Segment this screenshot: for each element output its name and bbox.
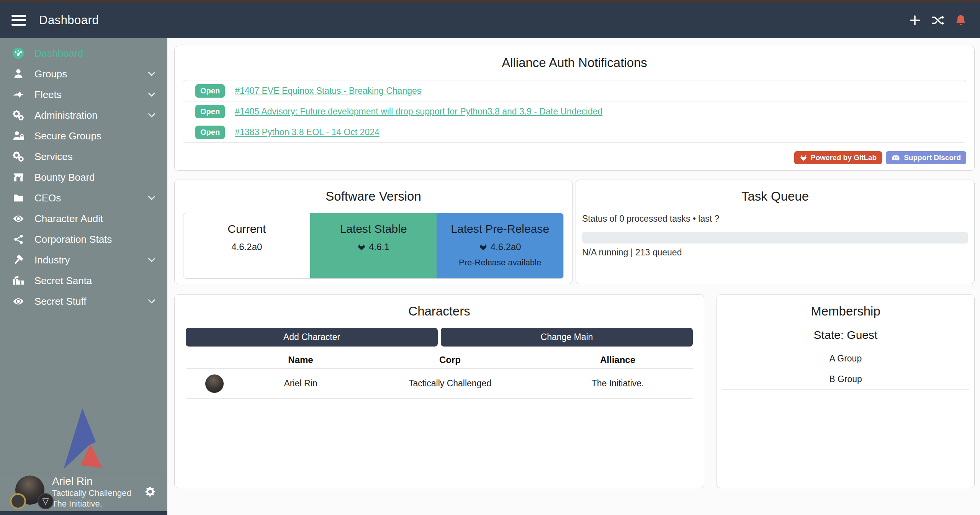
character-avatar [205,374,224,393]
hammer-icon [11,254,25,266]
change-main-button[interactable]: Change Main [441,328,693,347]
membership-state: State: Guest [717,329,974,342]
sidebar-item-secret-santa[interactable]: Secret Santa [0,270,167,291]
version-box: Current 4.6.2a0 Latest Stable 4.6.1 Late… [183,213,564,279]
chevron-down-icon [147,110,157,120]
corp-logo-badge [10,493,26,509]
jet-icon [11,88,25,101]
gifts-icon [11,275,25,287]
prerelease-note: Pre-Release available [437,258,563,268]
user-icon [11,68,25,80]
chevron-down-icon [147,90,157,100]
version-latest-stable: Latest Stable 4.6.1 [310,213,437,278]
add-character-button[interactable]: Add Character [186,328,438,347]
sidebar: Dashboard Groups Fleets Administration S… [0,38,167,515]
user-name: Ariel Rin [52,474,131,488]
sidebar-item-services[interactable]: Services [0,146,167,167]
task-queue-title: Task Queue [576,189,974,204]
sidebar-item-ceos[interactable]: CEOs [0,188,167,208]
sidebar-item-fleets[interactable]: Fleets [0,84,167,105]
chevron-down-icon [147,69,157,79]
notifications-bell-icon[interactable] [954,13,968,27]
user-alliance: The Initiative. [52,499,131,509]
chevron-down-icon [147,255,157,265]
gitlab-icon [800,154,807,162]
chevron-down-icon [147,193,157,203]
gitlab-icon [479,243,488,251]
top-navbar: Dashboard [0,2,980,38]
list-item: A Group [722,348,969,369]
chevron-down-icon [147,296,157,306]
sidebar-item-groups[interactable]: Groups [0,64,167,84]
notifications-panel: Alliance Auth Notifications Open #1407 E… [174,46,975,171]
change-main-shuffle-icon[interactable] [931,13,945,27]
notification-row: Open #1383 Python 3.8 EOL - 14 Oct 2024 [183,122,966,142]
sidebar-item-secret-stuff[interactable]: Secret Stuff [0,291,167,312]
characters-title: Characters [175,304,704,319]
alliance-auth-logo [62,407,104,471]
gitlab-icon [357,243,366,251]
sidebar-item-administration[interactable]: Administration [0,105,167,126]
characters-table-header: Name Corp Alliance [186,351,693,369]
task-queue-panel: Task Queue Status of 0 processed tasks •… [576,180,975,284]
characters-table: Name Corp Alliance Ariel Rin Tactically … [186,351,693,399]
notification-row: Open #1407 EVE Equinox Status - Breaking… [183,80,966,101]
eye-icon [11,295,25,307]
list-item: B Group [722,369,969,390]
sidebar-item-dashboard[interactable]: Dashboard [0,43,167,64]
user-settings-gear-icon[interactable] [144,486,156,497]
notifications-list: Open #1407 EVE Equinox Status - Breaking… [183,80,966,143]
sidebar-item-secure-groups[interactable]: Secure Groups [0,126,167,146]
sidebar-item-corporation-stats[interactable]: Corporation Stats [0,229,167,250]
folder-icon [11,192,25,204]
characters-panel: Characters Add Character Change Main Nam… [174,294,704,488]
page-title: Dashboard [39,13,99,27]
task-status-line: Status of 0 processed tasks • last ? [582,214,968,224]
user-lock-icon [11,130,25,142]
version-latest-prerelease: Latest Pre-Release 4.6.2a0 Pre-Release a… [437,213,563,278]
menu-toggle-icon[interactable] [11,15,26,26]
sidebar-item-industry[interactable]: Industry [0,250,167,270]
membership-title: Membership [717,304,974,319]
eye-icon [11,213,25,225]
main-content: Alliance Auth Notifications Open #1407 E… [167,38,980,515]
sidebar-bottom-strip [0,511,167,515]
membership-panel: Membership State: Guest A Group B Group [717,294,975,488]
add-character-icon[interactable] [908,13,922,27]
gears-icon [11,150,25,163]
support-discord-badge[interactable]: Support Discord [886,151,966,164]
discord-icon [891,154,900,162]
version-current: Current 4.6.2a0 [183,213,310,278]
alliance-logo-badge: ▽ [38,493,54,509]
powered-by-gitlab-badge[interactable]: Powered by GitLab [794,151,882,164]
user-avatar: ▽ [10,474,45,509]
software-version-title: Software Version [175,189,572,204]
sidebar-item-bounty-board[interactable]: Bounty Board [0,167,167,188]
share-icon [11,233,25,245]
table-row: Ariel Rin Tactically Challenged The Init… [186,369,693,399]
sidebar-user-panel: ▽ Ariel Rin Tactically Challenged The In… [0,472,167,511]
sidebar-item-character-audit[interactable]: Character Audit [0,208,167,229]
status-badge: Open [195,105,225,118]
notifications-title: Alliance Auth Notifications [175,56,974,70]
notification-link[interactable]: #1383 Python 3.8 EOL - 14 Oct 2024 [235,127,380,137]
gauge-icon [11,47,25,59]
store-icon [11,171,25,183]
task-progress-bar [582,232,968,244]
user-corp: Tactically Challenged [52,488,131,499]
notification-link[interactable]: #1407 EVE Equinox Status - Breaking Chan… [235,86,421,96]
status-badge: Open [195,84,225,98]
status-badge: Open [195,126,225,139]
notification-row: Open #1405 Advisory: Future development … [183,101,966,122]
notification-link[interactable]: #1405 Advisory: Future development will … [235,106,602,117]
task-queue-line: N/A running | 213 queued [582,247,968,258]
membership-groups-list: A Group B Group [722,348,969,390]
gears-icon [11,109,25,121]
software-version-panel: Software Version Current 4.6.2a0 Latest … [174,180,573,284]
